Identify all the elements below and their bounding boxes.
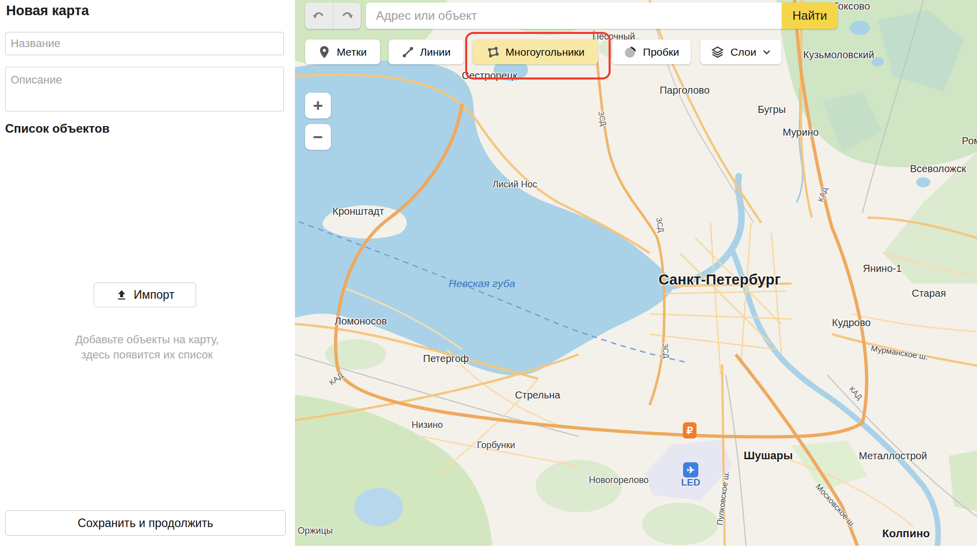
- map-label: Новогорелово: [589, 475, 649, 486]
- import-button[interactable]: Импорт: [94, 283, 196, 307]
- map-label: Колпино: [882, 527, 930, 540]
- map-label: Лисий Нос: [493, 179, 537, 190]
- map-label: Рома: [962, 135, 977, 147]
- map-label: LED: [681, 477, 700, 488]
- chevron-down-icon: [763, 48, 771, 56]
- ruble-poi-icon[interactable]: ₽: [683, 422, 697, 438]
- polygons-label: Многоугольники: [506, 46, 585, 58]
- undo-button[interactable]: [305, 3, 333, 29]
- map-label: Невская губа: [448, 277, 515, 290]
- import-button-label: Импорт: [134, 288, 174, 302]
- line-icon: [402, 46, 414, 58]
- map-name-input[interactable]: [5, 32, 284, 55]
- map-label: Ломоносов: [334, 315, 387, 327]
- map-label: Стрельна: [515, 389, 560, 401]
- layers-icon: [711, 46, 724, 59]
- map-label: Оржицы: [297, 526, 332, 536]
- map-label: Бугры: [758, 104, 785, 115]
- map-label: Санкт-Петербург: [658, 271, 780, 288]
- map-description-input[interactable]: [5, 67, 284, 111]
- redo-icon: [340, 8, 355, 23]
- upload-icon: [116, 289, 128, 301]
- map-label: Сестрорецк: [462, 70, 517, 82]
- map-label: Шушары: [743, 449, 793, 462]
- map-label: ЗСД: [661, 343, 671, 359]
- redo-button[interactable]: [333, 3, 361, 29]
- map-label: Старая: [912, 288, 946, 299]
- lines-tool-button[interactable]: Линии: [389, 39, 464, 64]
- traffic-tool-button[interactable]: Пробки: [612, 39, 691, 64]
- lines-label: Линии: [420, 46, 451, 58]
- map-label: Кудрово: [832, 317, 871, 329]
- airport-icon[interactable]: ✈: [683, 462, 698, 477]
- map-label: Кронштадт: [332, 206, 384, 217]
- sidebar: Новая карта Список объектов Импорт Добав…: [0, 0, 295, 560]
- save-button-label: Сохранить и продолжить: [78, 516, 213, 530]
- find-button-label: Найти: [793, 9, 827, 23]
- traffic-icon: [624, 46, 637, 59]
- map-label: Петергоф: [423, 353, 469, 365]
- map-label: Токсово: [833, 1, 870, 12]
- map-label: Парголово: [660, 85, 710, 96]
- undo-redo-panel: [305, 3, 361, 29]
- markers-tool-button[interactable]: Метки: [305, 39, 380, 64]
- map-constructor-page: Новая карта Список объектов Импорт Добав…: [0, 0, 977, 560]
- polygon-icon: [486, 46, 500, 59]
- map-label: Горбунки: [477, 440, 515, 451]
- markers-label: Метки: [336, 46, 366, 58]
- layers-label: Слои: [730, 46, 756, 58]
- search-box: [366, 3, 782, 29]
- map-label: Низино: [411, 420, 442, 430]
- save-and-continue-button[interactable]: Сохранить и продолжить: [5, 510, 286, 536]
- polygons-tool-button-active[interactable]: Многоугольники: [473, 39, 598, 64]
- undo-icon: [311, 8, 326, 23]
- layers-tool-button[interactable]: Слои: [700, 39, 781, 64]
- map-label: Янино-1: [863, 263, 902, 274]
- zoom-out-button[interactable]: −: [305, 124, 331, 150]
- traffic-label: Пробки: [643, 46, 679, 58]
- zoom-in-button[interactable]: +: [305, 93, 331, 118]
- map-label: Металлострой: [859, 450, 927, 462]
- search-input[interactable]: [366, 3, 782, 29]
- objects-list-heading: Список объектов: [5, 122, 109, 136]
- map-label: Мурино: [782, 127, 818, 138]
- find-button[interactable]: Найти: [782, 3, 838, 29]
- pin-icon: [318, 46, 330, 59]
- map-label: Кузьмоловский: [803, 49, 874, 61]
- map-label: Всеволожск: [910, 163, 966, 175]
- map-canvas[interactable]: ТоксовоПесочныйКузьмоловскийСестрорецкПа…: [295, 0, 977, 546]
- page-title: Новая карта: [6, 3, 89, 19]
- empty-list-hint: Добавьте объекты на карту, здесь появитс…: [20, 332, 274, 363]
